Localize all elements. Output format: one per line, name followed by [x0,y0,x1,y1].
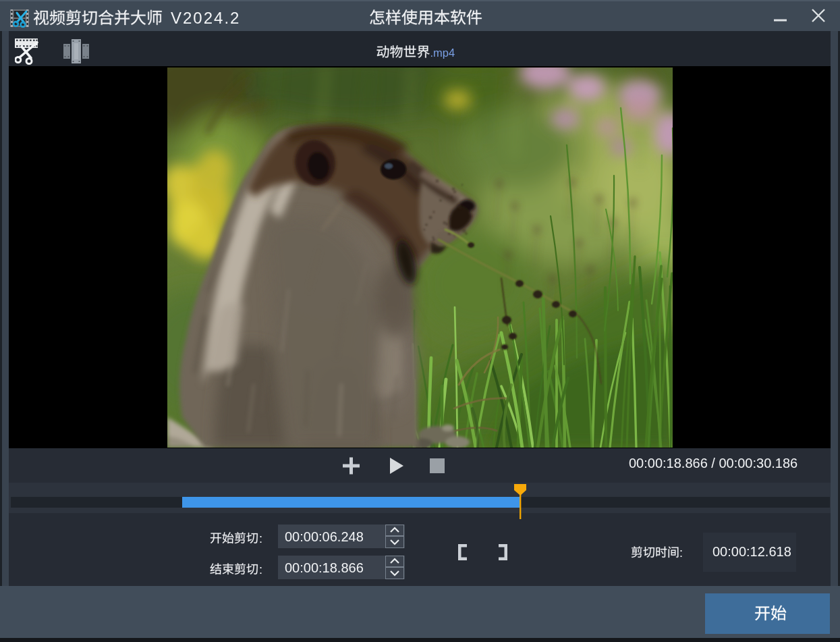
svg-text::: : [259,563,262,577]
svg-text:00:00:18.866: 00:00:18.866 [285,560,364,575]
svg-text::: : [679,546,683,560]
svg-text::: : [259,532,262,545]
svg-text:.mp4: .mp4 [430,47,455,59]
svg-text:V2024.2: V2024.2 [171,9,240,27]
svg-text:00:00:12.618: 00:00:12.618 [712,544,791,559]
svg-text:00:00:18.866 / 00:00:30.186: 00:00:18.866 / 00:00:30.186 [629,456,797,471]
svg-text:00:00:06.248: 00:00:06.248 [285,529,364,544]
